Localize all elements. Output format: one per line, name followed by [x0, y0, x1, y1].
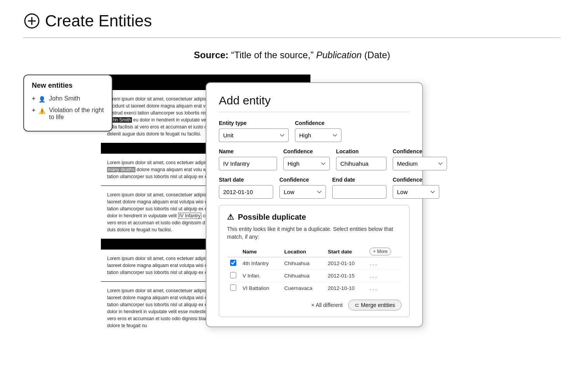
add-entity-title: Add entity — [219, 94, 410, 112]
entity-name-violation: Violation of the right to life — [49, 107, 104, 121]
dup-col-name: Name — [239, 246, 281, 257]
dup-startdate-1: 2012-01-10 — [325, 257, 367, 270]
dup-location-3: Cuernavaca — [281, 282, 325, 295]
end-date-confidence-group: Confidence Low Medium High — [393, 177, 439, 199]
list-item: + ⚠️ Violation of the right to life — [32, 107, 104, 121]
start-date-label: Start date — [219, 177, 273, 183]
more-columns-button[interactable]: + More — [369, 248, 391, 255]
end-date-label: End date — [332, 177, 386, 183]
duplicate-description: This entity looks like it might be a dup… — [227, 225, 402, 241]
warning-icon: ⚠️ — [38, 108, 46, 114]
highlight-iv-infantry: IV Infantry — [178, 213, 202, 219]
name-input[interactable] — [219, 157, 277, 170]
page-title: Create Entities — [45, 12, 152, 30]
all-different-button[interactable]: × All different — [311, 302, 343, 308]
entity-type-confidence-select[interactable]: High Medium Low — [295, 128, 341, 142]
duplicate-header: ⚠ Possible duplicate — [227, 212, 402, 222]
entity-type-confidence-label: Confidence — [295, 120, 341, 126]
dup-name-3: VI Battalion — [239, 282, 281, 295]
highlight-many-deaths: many deaths — [107, 167, 135, 172]
name-group: Name — [219, 148, 277, 170]
name-confidence-group: Confidence High Medium Low — [283, 148, 330, 170]
new-entities-panel: New entities + 👤 John Smith + ⚠️ Violati… — [23, 75, 113, 132]
dup-col-startdate: Start date — [325, 246, 367, 257]
duplicate-table: Name Location Start date + More 4th Infa… — [227, 246, 402, 294]
dup-name-1: 4th Infantry — [239, 257, 281, 270]
name-label: Name — [219, 148, 277, 154]
add-circle-icon — [23, 12, 40, 29]
end-date-confidence-select[interactable]: Low Medium High — [393, 185, 439, 199]
location-confidence-label: Confidence — [393, 148, 447, 154]
source-title: “Title of the source,” — [231, 50, 314, 60]
dup-checkbox-2[interactable] — [230, 272, 236, 278]
dup-row-check-1 — [227, 257, 239, 270]
start-date-confidence-group: Confidence Low Medium High — [279, 177, 326, 199]
duplicate-title: Possible duplicate — [238, 213, 306, 222]
end-date-group: End date — [332, 177, 386, 199]
entity-name-john: John Smith — [49, 95, 80, 102]
dup-more-3: . . . — [366, 282, 402, 295]
source-publication: Publication — [316, 50, 362, 60]
dup-location-1: Chihuahua — [281, 257, 325, 270]
list-item: + 👤 John Smith — [32, 95, 104, 103]
person-icon: 👤 — [38, 96, 46, 103]
entity-type-confidence-group: Confidence High Medium Low — [295, 120, 341, 142]
entity-type-select[interactable]: Unit Person Organization Location — [219, 128, 289, 142]
duplicate-footer: × All different ⊂ Merge entities — [227, 300, 402, 310]
dup-more-1: . . . — [366, 257, 402, 270]
plus-icon: + — [32, 107, 35, 114]
main-content: New entities + 👤 John Smith + ⚠️ Violati… — [23, 75, 561, 331]
table-row: VI Battalion Cuernavaca 2012-10-10 . . . — [227, 282, 402, 295]
new-entities-title: New entities — [32, 82, 104, 90]
table-row: V Infan. Chihuahua 2012-01-15 . . . — [227, 270, 402, 282]
start-date-confidence-label: Confidence — [279, 177, 326, 183]
source-line: Source: “Title of the source,” Publicati… — [23, 50, 561, 61]
duplicate-panel: ⚠ Possible duplicate This entity looks l… — [219, 205, 410, 317]
add-entity-panel: Add entity Entity type Unit Person Organ… — [206, 82, 423, 327]
page-header: Create Entities — [23, 12, 561, 38]
dup-more-2: . . . — [366, 270, 402, 282]
entity-type-group: Entity type Unit Person Organization Loc… — [219, 120, 289, 142]
dup-checkbox-1[interactable] — [230, 260, 236, 266]
name-confidence-select[interactable]: High Medium Low — [283, 157, 330, 170]
name-location-row: Name Confidence High Medium Low Location… — [219, 148, 410, 170]
date-row: Start date Confidence Low Medium High En… — [219, 177, 410, 199]
dup-col-location: Location — [281, 246, 325, 257]
location-input[interactable] — [336, 157, 386, 170]
start-date-input[interactable] — [219, 185, 273, 199]
merge-entities-button[interactable]: ⊂ Merge entities — [348, 300, 402, 310]
source-date: (Date) — [364, 50, 390, 60]
location-confidence-group: Confidence Medium High Low — [393, 148, 447, 170]
dup-startdate-2: 2012-01-15 — [325, 270, 367, 282]
dup-checkbox-3[interactable] — [230, 284, 236, 291]
dup-startdate-3: 2012-10-10 — [325, 282, 367, 295]
start-date-confidence-select[interactable]: Low Medium High — [279, 185, 326, 199]
dup-col-check — [227, 246, 239, 257]
plus-icon: + — [32, 95, 35, 102]
end-date-input[interactable] — [332, 185, 386, 199]
dup-location-2: Chihuahua — [281, 270, 325, 282]
dup-row-check-2 — [227, 270, 239, 282]
warning-triangle-icon: ⚠ — [227, 212, 234, 222]
start-date-group: Start date — [219, 177, 273, 199]
end-date-confidence-label: Confidence — [393, 177, 439, 183]
entity-type-row: Entity type Unit Person Organization Loc… — [219, 120, 410, 142]
dup-name-2: V Infan. — [239, 270, 281, 282]
location-group: Location — [336, 148, 386, 170]
name-confidence-label: Confidence — [283, 148, 330, 154]
dup-col-more: + More — [366, 246, 402, 257]
location-label: Location — [336, 148, 386, 154]
table-row: 4th Infantry Chihuahua 2012-01-10 . . . — [227, 257, 402, 270]
entity-type-label: Entity type — [219, 120, 289, 126]
location-confidence-select[interactable]: Medium High Low — [393, 157, 447, 170]
dup-row-check-3 — [227, 282, 239, 295]
source-label: Source: — [194, 50, 228, 60]
